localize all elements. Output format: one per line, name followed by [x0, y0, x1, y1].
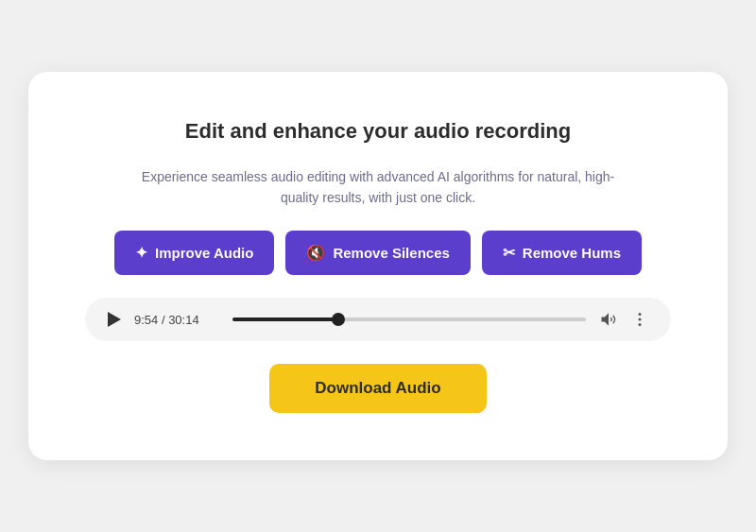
page-title: Edit and enhance your audio recording [185, 119, 571, 144]
svg-point-3 [639, 318, 642, 321]
play-button[interactable] [108, 312, 121, 327]
remove-hums-label: Remove Hums [523, 245, 621, 261]
remove-hums-button[interactable]: ✂ Remove Hums [482, 231, 642, 275]
download-audio-button[interactable]: Download Audio [269, 364, 486, 413]
svg-point-4 [639, 323, 642, 326]
improve-audio-label: Improve Audio [155, 245, 253, 261]
page-subtitle: Experience seamless audio editing with a… [132, 166, 624, 209]
more-options-button[interactable] [631, 311, 648, 328]
improve-audio-button[interactable]: ✦ Improve Audio [114, 231, 274, 275]
volume-button[interactable] [599, 311, 618, 328]
action-button-row: ✦ Improve Audio 🔇 Remove Silences ✂ Remo… [114, 231, 642, 275]
time-display: 9:54 / 30:14 [134, 313, 219, 327]
remove-silences-icon: 🔇 [306, 244, 325, 262]
progress-thumb [332, 313, 345, 326]
remove-silences-label: Remove Silences [333, 245, 449, 261]
improve-audio-icon: ✦ [135, 244, 147, 262]
main-card: Edit and enhance your audio recording Ex… [28, 72, 728, 461]
progress-bar[interactable] [232, 317, 586, 321]
audio-player: 9:54 / 30:14 [85, 298, 671, 341]
progress-filled [232, 317, 338, 321]
svg-marker-0 [108, 312, 121, 327]
svg-point-2 [639, 313, 642, 316]
remove-hums-icon: ✂ [503, 244, 515, 262]
svg-marker-1 [602, 314, 610, 326]
remove-silences-button[interactable]: 🔇 Remove Silences [285, 231, 470, 275]
